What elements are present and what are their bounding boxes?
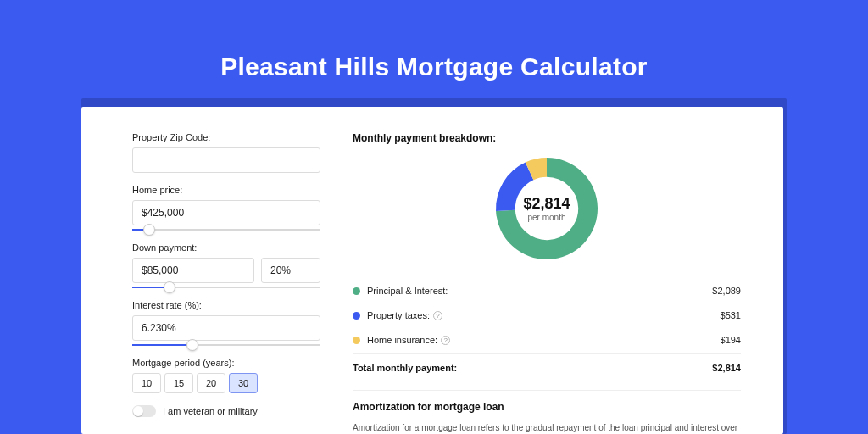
calculator-card: Property Zip Code: Home price: Down paym… [81,107,783,434]
page-background: Pleasant Hills Mortgage Calculator Prope… [0,0,868,434]
breakdown-panel: Monthly payment breakdown: $2,814 per mo… [336,107,783,434]
period-group: Mortgage period (years): 10152030 [132,358,320,393]
veteran-label: I am veteran or military [163,406,258,416]
zip-input[interactable] [132,147,320,173]
donut-center: $2,814 per month [492,154,601,263]
donut-chart: $2,814 per month [492,154,601,263]
legend-amount: $2,089 [712,286,741,296]
info-icon[interactable]: ? [433,311,442,320]
period-chip-30[interactable]: 30 [229,373,258,393]
total-value: $2,814 [712,363,741,373]
amortization-section: Amortization for mortgage loan Amortizat… [353,390,741,434]
home-price-input[interactable] [132,200,320,225]
amortization-text: Amortization for a mortgage loan refers … [353,421,741,434]
down-payment-group: Down payment: [132,242,320,288]
total-row: Total monthly payment: $2,814 [353,353,741,381]
legend-row: Property taxes:?$531 [353,303,741,327]
slider-thumb[interactable] [186,339,198,351]
legend-label: Home insurance: [367,335,437,345]
slider-thumb[interactable] [164,281,175,293]
total-label: Total monthly payment: [353,363,457,373]
legend: Principal & Interest:$2,089Property taxe… [353,278,741,352]
legend-dot [353,337,360,344]
legend-label: Property taxes: [367,310,430,320]
legend-amount: $194 [721,335,741,345]
donut-center-value: $2,814 [523,195,570,213]
interest-label: Interest rate (%): [132,300,320,310]
home-price-slider[interactable] [132,229,320,231]
info-icon[interactable]: ? [441,336,450,345]
period-label: Mortgage period (years): [132,358,320,368]
form-panel: Property Zip Code: Home price: Down paym… [81,107,336,434]
breakdown-title: Monthly payment breakdown: [353,132,741,144]
down-payment-label: Down payment: [132,242,320,253]
legend-dot [353,312,360,320]
donut-wrap: $2,814 per month [353,154,741,263]
legend-label: Principal & Interest: [367,286,448,296]
legend-amount: $531 [721,310,741,320]
page-title: Pleasant Hills Mortgage Calculator [0,0,868,97]
down-payment-pct-input[interactable] [261,258,320,283]
slider-thumb[interactable] [143,224,155,236]
down-payment-slider[interactable] [132,287,320,288]
interest-group: Interest rate (%): [132,300,320,346]
home-price-group: Home price: [132,185,320,231]
period-chip-20[interactable]: 20 [197,373,225,393]
veteran-row: I am veteran or military [132,405,320,417]
interest-slider[interactable] [132,344,320,346]
period-chip-15[interactable]: 15 [164,373,193,393]
veteran-toggle[interactable] [132,405,156,417]
toggle-knob [133,406,143,416]
zip-field-group: Property Zip Code: [132,132,320,173]
donut-center-sub: per month [527,213,565,222]
legend-row: Home insurance:?$194 [353,327,741,352]
legend-dot [353,287,360,295]
legend-row: Principal & Interest:$2,089 [353,278,741,303]
amortization-title: Amortization for mortgage loan [353,401,741,413]
down-payment-input[interactable] [132,258,254,283]
interest-input[interactable] [132,315,320,341]
zip-label: Property Zip Code: [132,132,320,142]
home-price-label: Home price: [132,185,320,195]
period-chip-10[interactable]: 10 [132,373,161,393]
